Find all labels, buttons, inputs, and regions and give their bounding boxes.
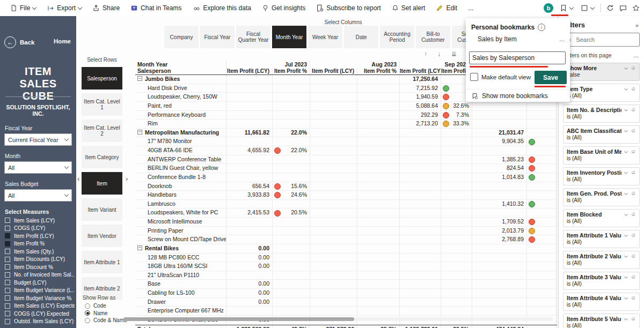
chevron-down-icon[interactable]: [624, 107, 628, 113]
measure-checkbox-item-discounts-lcy[interactable]: Item Discounts (LCY): [5, 256, 75, 264]
month-dropdown[interactable]: All: [4, 161, 72, 174]
measure-checkbox-budget-lcy[interactable]: Budget (LCY): [5, 279, 75, 287]
matrix-row[interactable]: Doorknob656.5415.6%: [135, 182, 557, 191]
toolbar-item-edit[interactable]: Edit: [431, 0, 462, 16]
eraser-icon[interactable]: [631, 107, 636, 113]
column-button-date[interactable]: Date: [344, 26, 378, 48]
eraser-icon[interactable]: [631, 212, 636, 218]
filter-card-item-no-description[interactable]: Item No. & Descriptionis (All): [563, 105, 640, 123]
info-icon[interactable]: i: [538, 24, 545, 31]
view-mode-button[interactable]: [580, 0, 595, 16]
matrix-row[interactable]: Enterprise Computer 667 MHz: [135, 307, 557, 316]
chevron-down-icon[interactable]: [624, 316, 628, 322]
filter-card-item-attribute-2-value[interactable]: Item Attribute 2 Valueis (All): [563, 251, 640, 269]
chevron-down-icon[interactable]: [624, 86, 628, 92]
scrollbar-thumb[interactable]: [123, 317, 354, 321]
measure-checkbox-item-budget-variance[interactable]: Item Budget Variance %: [5, 294, 75, 302]
bookmark-item[interactable]: Sales by Item ...: [466, 31, 570, 43]
matrix-row[interactable]: Screw on Mount CD/Tape Drive2,768.89: [135, 235, 557, 244]
toolbar-item-more[interactable]: ...: [463, 0, 478, 16]
chevron-down-icon[interactable]: [624, 274, 628, 280]
eraser-icon[interactable]: [631, 170, 636, 176]
matrix-total-row[interactable]: Total1,229,586.8842.7%371,973.3625.7%1,1…: [135, 325, 557, 328]
back-button[interactable]: ← Back: [4, 36, 35, 48]
bookmark-item-more-icon[interactable]: ...: [559, 35, 565, 43]
eraser-icon[interactable]: [631, 128, 636, 134]
measure-checkbox-item-profit[interactable]: Item Profit %: [5, 240, 75, 248]
matrix-row[interactable]: Rim2,713.2033.3%: [135, 120, 557, 129]
chevron-down-icon[interactable]: [624, 65, 628, 71]
measure-checkbox-item-discount[interactable]: Item Discount %: [5, 263, 75, 271]
bookmarks-button[interactable]: [559, 0, 574, 16]
measure-checkbox-cogs-lcy-expected[interactable]: COGS (LCY) Expected: [5, 310, 75, 318]
eraser-icon[interactable]: [631, 149, 636, 155]
measure-checkbox-cogs-lcy[interactable]: COGS (LCY): [5, 225, 75, 233]
make-default-checkbox[interactable]: [470, 73, 478, 81]
radio-code[interactable]: Code: [85, 302, 127, 310]
matrix-row[interactable]: 17" M780 Monitor9,904.35: [135, 137, 557, 146]
chevron-down-icon[interactable]: [624, 212, 628, 217]
eraser-icon[interactable]: [631, 65, 636, 71]
bookmark-name-input[interactable]: [469, 51, 566, 64]
filter-card-item-attribute-4-value[interactable]: Item Attribute 4 Valueis (All): [563, 293, 640, 311]
toolbar-item-export[interactable]: Export: [42, 0, 86, 16]
filter-card-item-attribute-1-value[interactable]: Item Attribute 1 Valueis (All): [563, 230, 640, 248]
favorite-button[interactable]: [632, 4, 640, 12]
row-button-item-vendor[interactable]: Item Vendor: [82, 225, 122, 247]
measure-checkbox-item-profit-lcy[interactable]: Item Profit (LCY): [5, 232, 75, 240]
row-button-item-attribute-1[interactable]: Item Attribute 1: [82, 251, 122, 273]
row-button-item[interactable]: Item: [82, 172, 122, 195]
matrix-row[interactable]: Drawer0.00: [135, 298, 557, 307]
eraser-icon[interactable]: [631, 316, 636, 322]
show-more-bookmarks-button[interactable]: Show more bookmarks: [471, 92, 548, 100]
measure-checkbox-item-sales-qty[interactable]: Item Sales (Qty.): [5, 248, 75, 256]
filter-card-item-type[interactable]: Item Typeis (All): [563, 84, 640, 102]
toolbar-item-explore-this-data[interactable]: Explore this data: [188, 0, 256, 16]
eraser-icon[interactable]: [631, 254, 636, 259]
row-button-item-variant[interactable]: Item Variant: [82, 198, 122, 221]
filters-search-input[interactable]: [575, 36, 636, 43]
measure-checkbox-outstd-item-sales-lcy[interactable]: Outstd. Item Sales (LCY): [5, 318, 75, 326]
column-button-month-year[interactable]: Month Year: [272, 26, 306, 48]
matrix-row[interactable]: BERLIN Guest Chair, yellow824.54: [135, 164, 557, 173]
toolbar-item-share[interactable]: Share: [87, 0, 125, 16]
row-button-item-cat-level-1[interactable]: Item Cat. Level 1: [82, 93, 122, 116]
collapse-icon[interactable]: [137, 245, 142, 250]
column-button-fiscal-quarter-year[interactable]: Fiscal Quarter Year: [236, 26, 270, 48]
chevron-down-icon[interactable]: [624, 149, 628, 154]
row-button-item-category[interactable]: Item Category: [82, 146, 122, 168]
filter-card-show-more[interactable]: Show MoreFalse: [563, 63, 640, 81]
filter-card-item-attribute-3-value[interactable]: Item Attribute 3 Valueis (All): [563, 272, 640, 290]
matrix-drill-controls[interactable]: ↑ ↓ ⇊: [424, 50, 461, 58]
filter-card-abc-item-classification[interactable]: ABC Item Classification...is (All): [563, 125, 640, 144]
radio-name[interactable]: Name: [85, 310, 127, 317]
eraser-icon[interactable]: [631, 86, 636, 92]
column-button-company[interactable]: Company: [164, 26, 199, 48]
filter-card-item-inventory-posting[interactable]: Item Inventory Posting...is (All): [563, 167, 640, 185]
measure-checkbox-no-of-invoiced-item-sal[interactable]: No. of Invoiced Item Sal...: [5, 271, 75, 279]
rows-scroll-right-icon[interactable]: ›: [126, 175, 128, 183]
filter-card-item-gen-prod-postin[interactable]: Item Gen. Prod. Postin...is (All): [563, 188, 640, 206]
matrix-row[interactable]: Metropolitan Manufacturing11,661.8222.0%…: [135, 129, 557, 138]
app-update-badge-icon[interactable]: b: [544, 3, 553, 13]
matrix-row[interactable]: Loudspeakers, White for PC2,415.5320.5%: [135, 208, 557, 218]
matrix-row[interactable]: 21" UltraScan P1110: [135, 271, 557, 280]
matrix-row[interactable]: Conference Bundle 1-81,014.83: [135, 173, 557, 182]
column-button-accounting-period[interactable]: Accounting Period: [380, 26, 414, 48]
row-button-item-cat-level-2[interactable]: Item Cat. Level 2: [82, 120, 122, 142]
chevron-down-icon[interactable]: [624, 295, 628, 301]
filter-card-item-base-unit-of-mea[interactable]: Item Base Unit of Mea...is (All): [563, 146, 640, 165]
eraser-icon[interactable]: [631, 295, 636, 301]
matrix-row[interactable]: 18GB Ultra 160/M SCSI0.00: [135, 262, 557, 271]
matrix-row[interactable]: 128 MB PC800 ECC0.00: [135, 254, 557, 263]
filter-card-item-blocked[interactable]: Item Blockedis (All): [563, 209, 640, 227]
measure-checkbox-item-sales-lcy[interactable]: Item Sales (LCY): [5, 217, 75, 225]
column-button-week-year[interactable]: Week Year: [308, 26, 342, 48]
matrix-row[interactable]: Base0.00: [135, 280, 557, 289]
rows-scroll-left-icon[interactable]: ‹: [77, 175, 79, 183]
column-button-fiscal-year[interactable]: Fiscal Year: [200, 26, 235, 48]
toolbar-item-set-alert[interactable]: Set alert: [387, 0, 430, 16]
chevron-down-icon[interactable]: [624, 233, 628, 238]
filters-search[interactable]: [563, 33, 640, 47]
matrix-row[interactable]: ANTWERP Conference Table1,385.23: [135, 155, 557, 165]
